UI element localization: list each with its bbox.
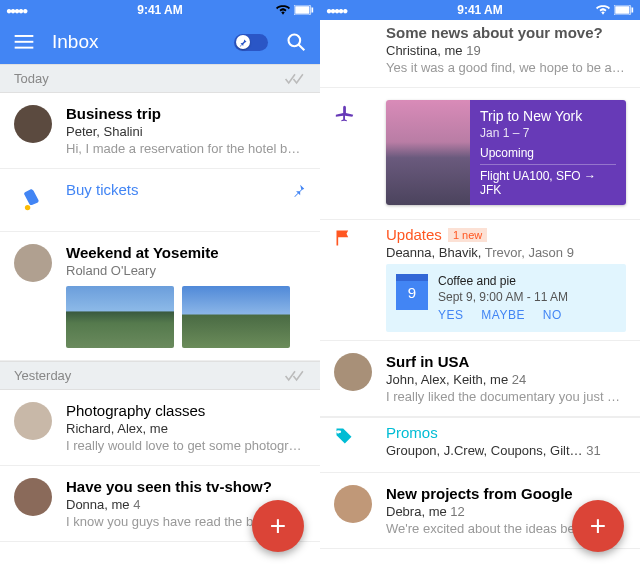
app-title: Inbox — [52, 31, 98, 53]
phone-right: ●●●●● 9:41 AM Some news about your move?… — [320, 0, 640, 568]
status-bar: ●●●●● 9:41 AM — [320, 0, 640, 20]
pin-toggle[interactable] — [234, 34, 268, 51]
section-yesterday: Yesterday — [0, 361, 320, 390]
status-time: 9:41 AM — [137, 3, 183, 17]
svg-rect-4 — [15, 41, 34, 43]
email-subject: Weekend at Yosemite — [66, 244, 306, 261]
svg-rect-2 — [312, 8, 314, 13]
new-badge: 1 new — [448, 228, 487, 242]
svg-rect-5 — [15, 47, 34, 49]
avatar — [14, 244, 52, 282]
event-title: Coffee and pie — [438, 274, 576, 288]
section-today: Today — [0, 64, 320, 93]
wifi-icon — [596, 5, 610, 15]
flag-icon — [334, 226, 372, 248]
thumb-image[interactable] — [182, 286, 290, 348]
email-list: Business trip Peter, Shalini Hi, I made … — [0, 93, 320, 361]
rsvp-actions: YES MAYBE NO — [438, 308, 576, 322]
svg-point-8 — [25, 205, 30, 210]
battery-icon — [614, 5, 634, 15]
status-bar: ●●●●● 9:41 AM — [0, 0, 320, 20]
email-row[interactable]: Some news about your move? Christina, me… — [320, 20, 640, 88]
avatar — [14, 478, 52, 516]
rsvp-yes[interactable]: YES — [438, 308, 464, 322]
email-subject: Photography classes — [66, 402, 306, 419]
email-row[interactable]: Business trip Peter, Shalini Hi, I made … — [0, 93, 320, 169]
pin-icon — [239, 38, 248, 47]
tag-icon — [334, 424, 372, 446]
svg-rect-3 — [15, 35, 34, 37]
sweep-icon[interactable] — [284, 369, 306, 383]
app-bar: Inbox — [0, 20, 320, 64]
battery-icon — [294, 5, 314, 15]
compose-fab[interactable]: + — [572, 500, 624, 552]
avatar — [14, 402, 52, 440]
calendar-chip: 9 — [396, 274, 428, 310]
email-row[interactable]: Photography classes Richard, Alex, me I … — [0, 390, 320, 466]
trip-row[interactable]: Trip to New York Jan 1 – 7 Upcoming Flig… — [320, 88, 640, 220]
email-row[interactable]: Weekend at Yosemite Roland O'Leary — [0, 232, 320, 361]
svg-point-12 — [339, 431, 342, 434]
svg-point-6 — [289, 35, 301, 47]
task-label: Buy tickets — [66, 181, 306, 198]
avatar — [14, 105, 52, 143]
svg-rect-10 — [615, 6, 629, 14]
search-icon[interactable] — [286, 32, 306, 52]
cluster-updates[interactable]: Updates 1 new Deanna, Bhavik, Trevor, Ja… — [320, 220, 640, 264]
trip-title: Trip to New York — [480, 108, 616, 124]
task-row[interactable]: Buy tickets — [0, 169, 320, 232]
wifi-icon — [276, 5, 290, 15]
trip-flight: Flight UA100, SFO → JFK — [480, 169, 616, 197]
pin-icon[interactable] — [292, 183, 306, 201]
avatar — [334, 485, 372, 523]
email-row[interactable]: Surf in USA John, Alex, Keith, me 24 I r… — [320, 340, 640, 417]
status-time: 9:41 AM — [457, 3, 503, 17]
status-right — [276, 5, 314, 15]
email-snippet: Hi, I made a reservation for the hotel b… — [66, 141, 306, 156]
trip-image — [386, 100, 470, 205]
rsvp-no[interactable]: NO — [543, 308, 562, 322]
attachment-thumbs — [66, 286, 306, 348]
trip-card[interactable]: Trip to New York Jan 1 – 7 Upcoming Flig… — [386, 100, 626, 205]
svg-rect-11 — [632, 8, 634, 13]
email-subject: Business trip — [66, 105, 306, 122]
thumb-image[interactable] — [66, 286, 174, 348]
plane-icon — [334, 100, 372, 124]
email-subject: Have you seen this tv-show? — [66, 478, 306, 495]
compose-fab[interactable]: + — [252, 500, 304, 552]
menu-icon[interactable] — [14, 35, 34, 49]
sweep-icon[interactable] — [284, 72, 306, 86]
cluster-promos[interactable]: Promos Groupon, J.Crew, Coupons, Gilt… 3… — [320, 417, 640, 472]
rsvp-maybe[interactable]: MAYBE — [481, 308, 525, 322]
event-card[interactable]: 9 Coffee and pie Sept 9, 9:00 AM - 11 AM… — [386, 264, 626, 332]
phone-left: ●●●●● 9:41 AM Inbox Today Business trip … — [0, 0, 320, 568]
reminder-icon — [14, 181, 52, 219]
avatar — [334, 353, 372, 391]
signal-dots-icon: ●●●●● — [326, 5, 346, 16]
svg-line-7 — [299, 45, 305, 51]
svg-rect-1 — [295, 6, 309, 14]
signal-dots-icon: ●●●●● — [6, 5, 26, 16]
